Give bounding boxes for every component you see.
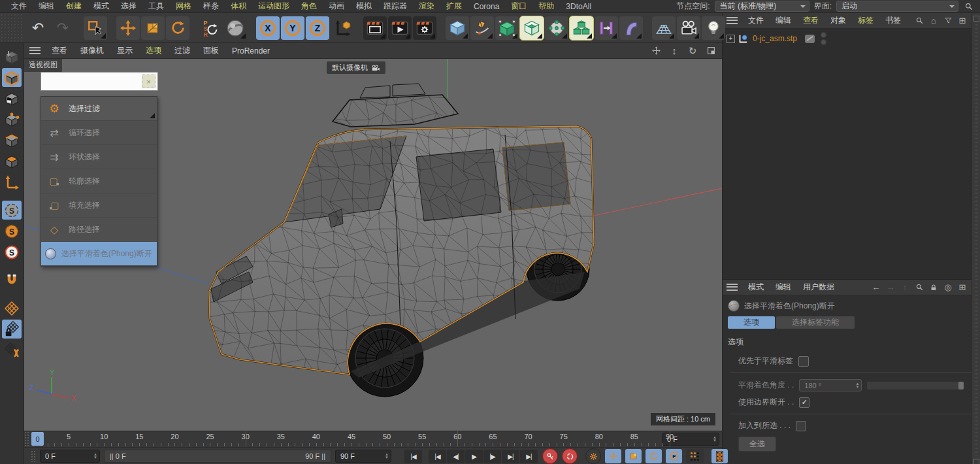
mograph-cloner-button[interactable] <box>570 16 593 40</box>
model-mode-button[interactable] <box>2 68 22 87</box>
node-space-select[interactable]: 当前 (标准/物理) <box>715 1 809 12</box>
recent-tool-sphere[interactable] <box>223 16 247 40</box>
rotate-workplane-button[interactable] <box>2 340 22 359</box>
am-lock-icon[interactable] <box>928 282 939 293</box>
playback-button[interactable]: |▶ <box>483 450 501 463</box>
viewport-3d[interactable]: 透视视图 × 选择过滤 循环选择 <box>24 59 722 431</box>
am-forward-icon[interactable]: → <box>885 282 896 293</box>
menu-item[interactable]: 模拟 <box>350 1 378 12</box>
pan-view-icon[interactable] <box>650 45 662 57</box>
snap-toggle-button[interactable]: S <box>2 201 22 220</box>
x-axis-lock-button[interactable]: X <box>256 16 280 40</box>
object-manager-menu-item[interactable]: 查看 <box>798 15 824 26</box>
polygon-mode-button[interactable] <box>2 152 22 171</box>
menu-item[interactable]: 3DtoAll <box>560 2 597 11</box>
spline-arrow-button[interactable] <box>595 16 618 40</box>
context-menu-item[interactable]: 轮廓选择 <box>41 169 157 193</box>
menu-item[interactable]: 跟踪器 <box>378 1 413 12</box>
clear-search-icon[interactable]: × <box>142 75 155 88</box>
am-add-icon[interactable]: ⊞ <box>957 282 968 293</box>
om-search-icon[interactable] <box>914 16 924 26</box>
redo-button[interactable]: ↷ <box>51 16 74 40</box>
context-menu-item[interactable]: 选择平滑着色(Phong)断开 <box>41 242 157 266</box>
menu-item[interactable]: 创建 <box>60 1 88 12</box>
reset-psr-button[interactable]: PSR <box>199 16 222 40</box>
object-manager-menu-item[interactable]: 编辑 <box>770 15 796 26</box>
shading-angle-input[interactable]: 180 ° ▲▼ <box>799 379 862 391</box>
zoom-view-icon[interactable]: ↕ <box>668 45 680 57</box>
snap-3d-button[interactable]: S <box>2 242 22 261</box>
attribute-tab[interactable]: 选择标签功能 <box>776 316 855 329</box>
menu-item[interactable]: 渲染 <box>413 1 440 12</box>
lock-workplane-button[interactable] <box>2 320 22 339</box>
playback-button[interactable]: ▶| <box>502 450 519 463</box>
context-menu-item[interactable]: 填充选择 <box>41 193 157 218</box>
phong-priority-checkbox[interactable] <box>798 356 809 367</box>
menu-item[interactable]: 帮助 <box>532 1 560 12</box>
attribute-manager-menu-item[interactable]: 模式 <box>743 282 769 293</box>
dock-tab-strip[interactable] <box>972 13 980 464</box>
timeline-window-button[interactable] <box>711 449 728 463</box>
object-manager-menu-icon[interactable] <box>727 17 738 24</box>
context-menu-item[interactable]: 环状选择 <box>41 145 157 169</box>
snap-auto-button[interactable]: S <box>2 222 22 240</box>
playback-button[interactable]: |◀ <box>404 450 422 463</box>
options-section-label[interactable]: 选项 <box>723 334 972 353</box>
workplane-button[interactable] <box>2 299 22 318</box>
menu-item[interactable]: 编辑 <box>33 1 60 12</box>
context-menu-item[interactable]: 循环选择 <box>41 121 157 145</box>
am-back-icon[interactable]: ← <box>871 282 881 293</box>
floor-object-button[interactable] <box>652 16 676 40</box>
end-frame-spinner[interactable]: 90 F ▲▼ <box>335 450 391 463</box>
timeline-playhead[interactable]: 0 <box>31 432 44 446</box>
spinner-arrows-icon[interactable]: ▲▼ <box>713 436 717 442</box>
move-tool[interactable] <box>116 16 140 40</box>
key-parameter-button[interactable]: P <box>666 449 682 463</box>
autokey-button[interactable] <box>562 448 578 464</box>
current-frame-spinner[interactable]: 0 F ▲▼ <box>40 450 100 463</box>
context-menu-item[interactable]: 路径选择 <box>41 218 157 242</box>
point-mode-button[interactable] <box>2 110 22 129</box>
om-add-icon[interactable]: ⊞ <box>957 16 968 26</box>
am-up-icon[interactable]: ↑ <box>900 282 910 293</box>
menu-item[interactable]: 窗口 <box>505 1 532 12</box>
layer-toggle[interactable] <box>805 35 815 43</box>
object-manager-menu-item[interactable]: 文件 <box>743 15 769 26</box>
edge-mode-button[interactable] <box>2 131 22 150</box>
camera-badge[interactable]: 默认摄像机 <box>327 61 385 74</box>
menu-item[interactable]: 网格 <box>170 1 197 12</box>
menu-item[interactable]: 样条 <box>197 1 225 12</box>
playback-button[interactable]: ▶ <box>465 450 483 463</box>
menu-item[interactable]: 文件 <box>5 1 33 12</box>
object-tree-row[interactable]: + 0-jc_asm.stp <box>727 32 968 45</box>
magnet-snap-button[interactable] <box>2 271 22 290</box>
coordinate-system-button[interactable] <box>331 16 354 40</box>
playback-button[interactable]: ◀| <box>447 450 465 463</box>
primitive-cube-button[interactable] <box>446 16 469 40</box>
menu-item[interactable]: Corona <box>468 2 505 11</box>
instance-generator-button[interactable] <box>520 16 544 40</box>
viewport-menu-item[interactable]: 显示 <box>111 45 139 56</box>
viewport-menu-item[interactable]: 过滤 <box>169 45 196 56</box>
live-selection-tool[interactable] <box>84 16 107 40</box>
playback-button[interactable]: |◀ <box>429 450 446 463</box>
make-editable-button[interactable] <box>2 47 22 66</box>
boundary-break-checkbox[interactable] <box>799 397 809 408</box>
visibility-dots[interactable] <box>821 32 826 45</box>
z-axis-lock-button[interactable]: Z <box>306 16 329 40</box>
keyframe-settings-button[interactable] <box>585 448 601 464</box>
select-all-button[interactable]: 全选 <box>738 437 776 452</box>
viewport-menu-item[interactable]: ProRender <box>226 46 276 56</box>
search-icon[interactable] <box>963 1 975 12</box>
menu-item[interactable]: 体积 <box>225 1 252 12</box>
spinner-arrows-icon[interactable]: ▲▼ <box>93 453 97 459</box>
key-scale-button[interactable] <box>625 449 642 463</box>
expand-toggle-icon[interactable]: + <box>727 35 735 43</box>
spline-pen-button[interactable] <box>470 16 494 40</box>
viewport-filter-search-input[interactable] <box>41 77 142 86</box>
menu-item[interactable]: 动画 <box>323 1 350 12</box>
am-search-icon[interactable] <box>914 282 924 293</box>
rotate-tool[interactable] <box>166 16 189 40</box>
viewport-menu-item[interactable]: 面板 <box>197 45 225 56</box>
add-to-selection-checkbox[interactable] <box>796 421 806 431</box>
